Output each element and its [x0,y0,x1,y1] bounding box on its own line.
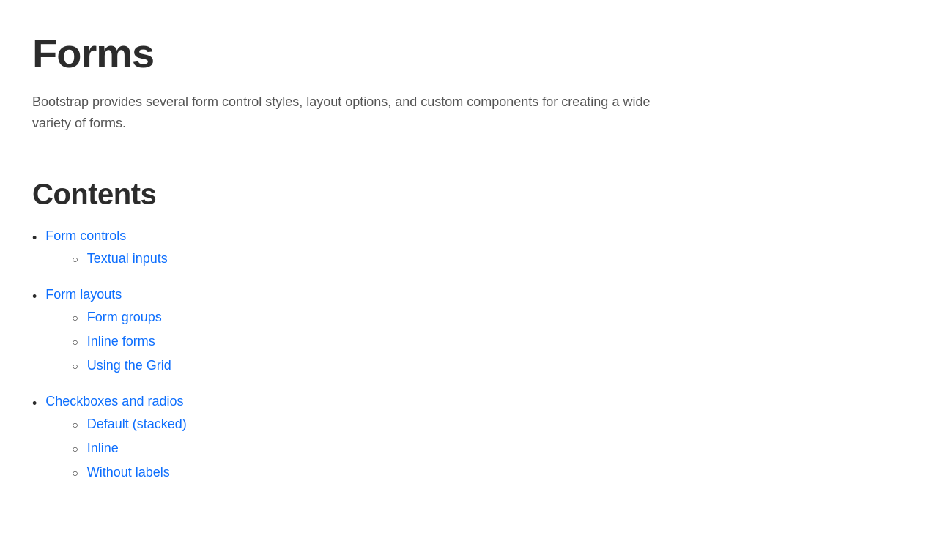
toc-link-form-controls[interactable]: Form controls [45,228,168,244]
toc-link-using-the-grid[interactable]: Using the Grid [87,358,171,373]
toc-subitem-without-labels: ○ Without labels [72,465,187,480]
toc-item-wrapper: Checkboxes and radios ○ Default (stacked… [45,394,187,492]
toc-link-inline[interactable]: Inline [87,441,119,456]
bullet-icon: • [32,396,37,411]
open-bullet-icon: ○ [72,360,78,372]
toc-item-form-controls: • Form controls ○ Textual inputs [32,228,894,278]
toc-subitem-form-groups: ○ Form groups [72,310,171,325]
toc-link-form-groups[interactable]: Form groups [87,310,162,325]
toc-item-checkboxes-and-radios: • Checkboxes and radios ○ Default (stack… [32,394,894,492]
toc-sublist-form-controls: ○ Textual inputs [72,251,168,275]
toc-link-without-labels[interactable]: Without labels [87,465,170,480]
open-bullet-icon: ○ [72,467,78,479]
toc-item-wrapper: Form controls ○ Textual inputs [45,228,168,278]
toc-item-form-layouts: • Form layouts ○ Form groups ○ Inline fo… [32,287,894,385]
open-bullet-icon: ○ [72,443,78,455]
toc-list: • Form controls ○ Textual inputs • Form … [32,228,894,492]
toc-link-checkboxes-and-radios[interactable]: Checkboxes and radios [45,394,187,409]
bullet-icon: • [32,289,37,305]
toc-subitem-textual-inputs: ○ Textual inputs [72,251,168,266]
toc-sublist-form-layouts: ○ Form groups ○ Inline forms ○ Using the… [72,310,171,382]
toc-item-wrapper: Form layouts ○ Form groups ○ Inline form… [45,287,171,385]
toc-sublist-checkboxes: ○ Default (stacked) ○ Inline ○ Without l… [72,417,187,489]
toc-link-inline-forms[interactable]: Inline forms [87,334,155,349]
bullet-icon: • [32,231,37,246]
open-bullet-icon: ○ [72,419,78,430]
page-title: Forms [32,29,894,77]
toc-link-default-stacked[interactable]: Default (stacked) [87,417,187,432]
toc-subitem-using-the-grid: ○ Using the Grid [72,358,171,373]
toc-subitem-inline: ○ Inline [72,441,187,456]
contents-heading: Contents [32,178,894,211]
toc-subitem-default-stacked: ○ Default (stacked) [72,417,187,432]
open-bullet-icon: ○ [72,312,78,324]
open-bullet-icon: ○ [72,336,78,348]
toc-subitem-inline-forms: ○ Inline forms [72,334,171,349]
toc-link-textual-inputs[interactable]: Textual inputs [87,251,168,266]
toc-link-form-layouts[interactable]: Form layouts [45,287,171,302]
open-bullet-icon: ○ [72,253,78,265]
page-description: Bootstrap provides several form control … [32,92,692,134]
